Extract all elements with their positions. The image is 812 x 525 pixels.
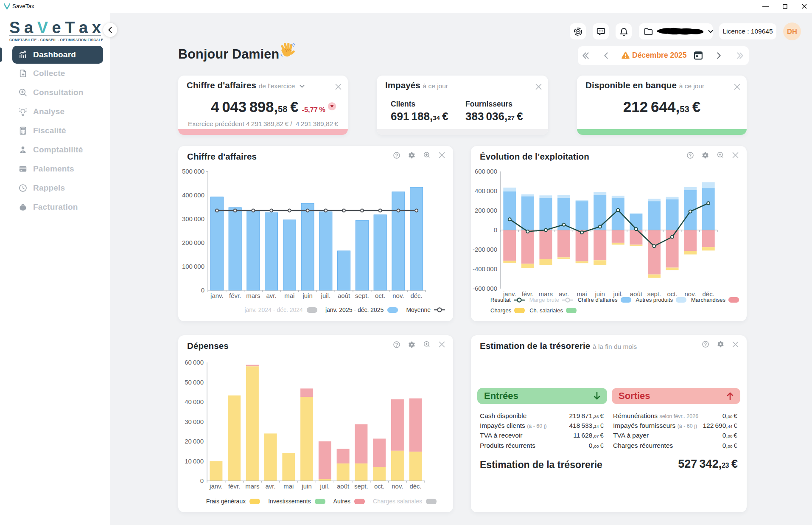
svg-text:juin: juin xyxy=(301,483,311,490)
svg-text:févr.: févr. xyxy=(229,292,241,299)
svg-text:400 000: 400 000 xyxy=(182,191,204,199)
svg-text:nov.: nov. xyxy=(392,483,403,490)
svg-text:déc.: déc. xyxy=(409,483,421,490)
svg-text:févr.: févr. xyxy=(228,483,240,490)
svg-text:50 000: 50 000 xyxy=(185,379,204,386)
svg-text:30 000: 30 000 xyxy=(185,418,204,425)
svg-text:0: 0 xyxy=(494,226,497,233)
svg-text:-400 000: -400 000 xyxy=(473,265,497,272)
svg-text:déc.: déc. xyxy=(410,292,422,299)
svg-text:juil.: juil. xyxy=(321,292,331,299)
svg-text:60 000: 60 000 xyxy=(185,359,204,366)
svg-text:janv.: janv. xyxy=(209,483,223,490)
svg-text:0: 0 xyxy=(201,286,204,294)
svg-text:-200 000: -200 000 xyxy=(473,246,497,253)
svg-text:400 000: 400 000 xyxy=(475,187,497,194)
svg-text:600 000: 600 000 xyxy=(475,168,497,175)
svg-text:40 000: 40 000 xyxy=(185,398,204,405)
svg-text:août: août xyxy=(337,483,350,490)
svg-text:mars: mars xyxy=(245,483,259,490)
svg-text:10 000: 10 000 xyxy=(185,458,204,465)
svg-text:juil.: juil. xyxy=(320,483,330,490)
svg-text:oct.: oct. xyxy=(374,483,384,490)
svg-text:avr.: avr. xyxy=(266,292,277,299)
svg-text:nov.: nov. xyxy=(392,292,404,299)
svg-text:mai: mai xyxy=(284,292,294,299)
svg-text:avr.: avr. xyxy=(266,483,276,490)
svg-text:0: 0 xyxy=(200,477,204,484)
svg-text:sept.: sept. xyxy=(354,483,368,490)
svg-text:300 000: 300 000 xyxy=(182,215,204,222)
svg-text:juin: juin xyxy=(302,292,312,299)
svg-text:oct.: oct. xyxy=(375,292,385,299)
svg-text:200 000: 200 000 xyxy=(475,207,497,214)
svg-text:-600 000: -600 000 xyxy=(473,285,497,292)
svg-text:200 000: 200 000 xyxy=(182,239,204,246)
svg-text:500 000: 500 000 xyxy=(182,168,204,175)
svg-text:sept.: sept. xyxy=(355,292,369,299)
svg-text:mars: mars xyxy=(246,292,260,299)
svg-text:20 000: 20 000 xyxy=(185,438,204,445)
svg-text:100 000: 100 000 xyxy=(182,263,204,270)
svg-text:mai: mai xyxy=(283,483,294,490)
svg-text:août: août xyxy=(338,292,350,299)
svg-text:janv.: janv. xyxy=(210,292,224,299)
